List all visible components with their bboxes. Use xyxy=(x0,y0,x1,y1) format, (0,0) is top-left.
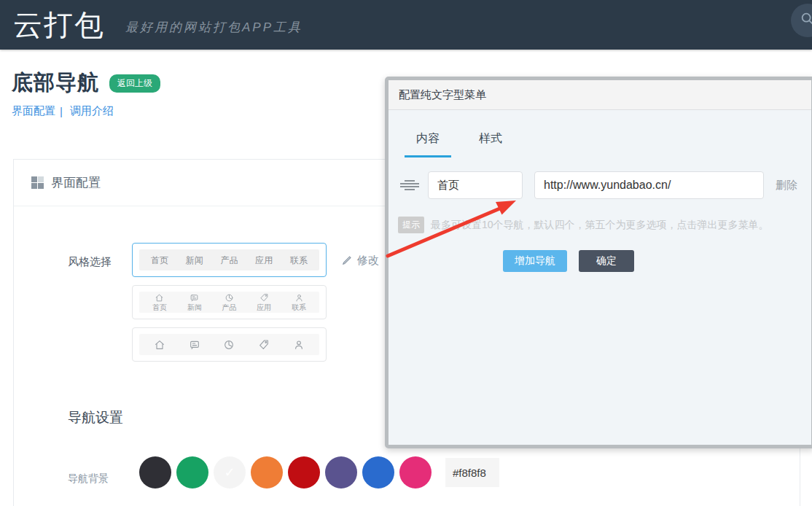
nav-preview-item xyxy=(223,339,235,351)
color-swatch[interactable] xyxy=(176,456,208,489)
tab-interface-config[interactable]: 界面配置 xyxy=(12,104,55,118)
home-icon xyxy=(154,339,165,351)
color-swatch[interactable] xyxy=(288,456,320,489)
style-preview-strip xyxy=(139,334,319,355)
nav-preview-item xyxy=(154,339,165,351)
add-nav-button[interactable]: 增加导航 xyxy=(503,250,567,272)
news-icon xyxy=(189,339,200,351)
app-icon xyxy=(259,293,269,303)
confirm-button[interactable]: 确定 xyxy=(579,250,634,272)
news-icon xyxy=(190,293,199,303)
color-swatch[interactable] xyxy=(399,456,432,489)
contact-icon xyxy=(294,293,304,303)
nav-preview-item: 应用 xyxy=(257,293,271,311)
style-options: 首页新闻产品应用联系首页新闻产品应用联系 xyxy=(132,243,327,370)
panel-title: 界面配置 xyxy=(51,174,101,191)
link-divider: | xyxy=(60,105,63,117)
delete-link[interactable]: 删除 xyxy=(776,179,797,192)
color-swatch[interactable] xyxy=(325,456,357,489)
search-icon xyxy=(800,11,812,30)
nav-bg-color-row: ✓ xyxy=(139,456,499,489)
color-swatch[interactable] xyxy=(139,456,171,489)
style-option-icon[interactable] xyxy=(132,327,327,362)
style-option-text[interactable]: 首页新闻产品应用联系 xyxy=(132,243,327,277)
nav-preview-item: 联系 xyxy=(292,293,306,311)
color-swatch-selected[interactable]: ✓ xyxy=(214,456,246,489)
color-swatch[interactable] xyxy=(251,456,283,489)
hint-text: 最多可设置10个导航，默认四个，第五个为更多选项，点击弹出更多菜单。 xyxy=(431,219,769,232)
contact-icon xyxy=(293,339,305,351)
nav-settings-title: 导航设置 xyxy=(68,408,123,427)
app-header: 云打包 最好用的网站打包APP工具 xyxy=(0,0,812,50)
nav-preview-item: 产品 xyxy=(220,256,238,265)
nav-preview-item xyxy=(189,339,200,351)
dialog-title: 配置纯文字型菜单 xyxy=(389,80,811,110)
dialog-tab-active[interactable]: 内容 xyxy=(405,125,451,157)
grid-icon xyxy=(31,176,44,189)
product-icon xyxy=(225,293,234,303)
tab-usage-intro[interactable]: 调用介绍 xyxy=(70,104,114,118)
style-option-icon-text[interactable]: 首页新闻产品应用联系 xyxy=(132,285,327,319)
dialog-buttons: 增加导航 确定 xyxy=(389,250,811,272)
color-swatch[interactable] xyxy=(362,456,394,489)
nav-name-input[interactable] xyxy=(428,171,523,199)
edit-style-button[interactable]: 修改 xyxy=(342,254,379,268)
pencil-icon xyxy=(342,254,357,268)
app-icon xyxy=(258,339,270,351)
hint-badge: 提示 xyxy=(398,217,424,233)
nav-preview-item: 首页 xyxy=(151,256,168,265)
app-logo: 云打包 xyxy=(13,5,105,45)
search-button[interactable] xyxy=(791,4,812,37)
style-preview-strip: 首页新闻产品应用联系 xyxy=(139,292,319,313)
style-preview-strip: 首页新闻产品应用联系 xyxy=(139,249,319,270)
page-title: 底部导航 xyxy=(12,69,99,98)
app-tagline: 最好用的网站打包APP工具 xyxy=(125,19,302,36)
menu-config-dialog: 配置纯文字型菜单 内容样式 删除 提示 最多可设置10个导航，默认四个，第五个为… xyxy=(385,77,812,448)
nav-preview-item: 首页 xyxy=(152,293,167,311)
nav-bg-label: 导航背景 xyxy=(68,472,109,486)
check-icon: ✓ xyxy=(224,464,235,480)
hint-row: 提示 最多可设置10个导航，默认四个，第五个为更多选项，点击弹出更多菜单。 xyxy=(389,217,811,233)
product-icon xyxy=(223,339,235,351)
nav-item-row: 删除 xyxy=(389,171,811,199)
dialog-tabs: 内容样式 xyxy=(389,125,811,157)
back-to-parent-badge[interactable]: 返回上级 xyxy=(109,74,160,93)
style-select-label: 风格选择 xyxy=(68,255,112,269)
dialog-tab-inactive[interactable]: 样式 xyxy=(467,125,514,157)
nav-preview-item: 新闻 xyxy=(187,293,202,311)
nav-bg-hex-input[interactable] xyxy=(445,458,499,487)
nav-preview-item: 联系 xyxy=(290,256,308,265)
nav-preview-item xyxy=(293,339,305,351)
nav-url-input[interactable] xyxy=(534,171,764,199)
nav-preview-item: 产品 xyxy=(222,293,236,311)
home-icon xyxy=(155,293,164,303)
drag-sort-icon[interactable] xyxy=(399,179,420,191)
nav-preview-item: 新闻 xyxy=(186,256,203,265)
nav-preview-item: 应用 xyxy=(255,256,273,265)
edit-label: 修改 xyxy=(357,254,379,268)
nav-preview-item xyxy=(258,339,270,351)
